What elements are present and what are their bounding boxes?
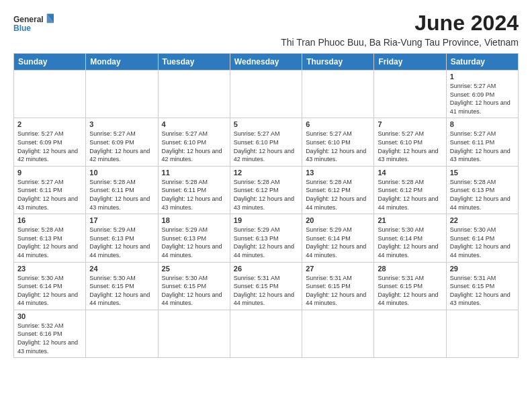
svg-text:Blue: Blue xyxy=(13,24,31,33)
day-info: Sunrise: 5:30 AM Sunset: 6:15 PM Dayligh… xyxy=(162,274,226,308)
day-number: 23 xyxy=(17,265,82,273)
day-number: 29 xyxy=(450,265,515,273)
day-info: Sunrise: 5:27 AM Sunset: 6:11 PM Dayligh… xyxy=(17,178,82,212)
calendar-cell: 29Sunrise: 5:31 AM Sunset: 6:15 PM Dayli… xyxy=(446,262,518,310)
day-info: Sunrise: 5:27 AM Sunset: 6:09 PM Dayligh… xyxy=(450,82,515,116)
day-info: Sunrise: 5:28 AM Sunset: 6:12 PM Dayligh… xyxy=(306,178,370,212)
day-number: 27 xyxy=(306,265,370,273)
calendar-week-row: 2Sunrise: 5:27 AM Sunset: 6:09 PM Daylig… xyxy=(14,118,519,166)
day-info: Sunrise: 5:28 AM Sunset: 6:13 PM Dayligh… xyxy=(17,226,82,259)
logo: General Blue xyxy=(13,11,54,38)
calendar-cell: 24Sunrise: 5:30 AM Sunset: 6:15 PM Dayli… xyxy=(86,262,158,310)
calendar-cell: 2Sunrise: 5:27 AM Sunset: 6:09 PM Daylig… xyxy=(14,118,86,166)
day-info: Sunrise: 5:27 AM Sunset: 6:11 PM Dayligh… xyxy=(450,130,515,163)
day-number: 17 xyxy=(89,216,154,224)
day-number: 26 xyxy=(234,265,298,273)
calendar-cell: 1Sunrise: 5:27 AM Sunset: 6:09 PM Daylig… xyxy=(446,71,518,118)
calendar-week-row: 9Sunrise: 5:27 AM Sunset: 6:11 PM Daylig… xyxy=(14,166,519,214)
calendar-table: SundayMondayTuesdayWednesdayThursdayFrid… xyxy=(13,53,519,358)
calendar-cell xyxy=(374,71,446,118)
day-number: 4 xyxy=(162,120,226,128)
column-header-friday: Friday xyxy=(374,54,446,71)
day-info: Sunrise: 5:27 AM Sunset: 6:09 PM Dayligh… xyxy=(89,130,154,163)
day-info: Sunrise: 5:30 AM Sunset: 6:14 PM Dayligh… xyxy=(450,226,515,259)
calendar-cell: 12Sunrise: 5:28 AM Sunset: 6:12 PM Dayli… xyxy=(230,166,302,214)
day-number: 16 xyxy=(17,216,82,224)
day-info: Sunrise: 5:28 AM Sunset: 6:13 PM Dayligh… xyxy=(450,178,515,212)
location-subtitle: Thi Tran Phuoc Buu, Ba Ria-Vung Tau Prov… xyxy=(281,37,519,48)
day-number: 6 xyxy=(306,120,370,128)
calendar-cell: 17Sunrise: 5:29 AM Sunset: 6:13 PM Dayli… xyxy=(86,214,158,262)
day-number: 10 xyxy=(89,169,154,177)
calendar-cell: 14Sunrise: 5:28 AM Sunset: 6:12 PM Dayli… xyxy=(374,166,446,214)
calendar-cell: 15Sunrise: 5:28 AM Sunset: 6:13 PM Dayli… xyxy=(446,166,518,214)
calendar-cell: 30Sunrise: 5:32 AM Sunset: 6:16 PM Dayli… xyxy=(14,310,86,357)
column-header-tuesday: Tuesday xyxy=(158,54,230,71)
calendar-cell: 19Sunrise: 5:29 AM Sunset: 6:13 PM Dayli… xyxy=(230,214,302,262)
generalblue-logo-icon: General Blue xyxy=(13,11,54,38)
calendar-cell: 27Sunrise: 5:31 AM Sunset: 6:15 PM Dayli… xyxy=(302,262,374,310)
calendar-header-row: SundayMondayTuesdayWednesdayThursdayFrid… xyxy=(14,54,519,71)
day-info: Sunrise: 5:31 AM Sunset: 6:15 PM Dayligh… xyxy=(306,274,370,308)
column-header-thursday: Thursday xyxy=(302,54,374,71)
calendar-week-row: 23Sunrise: 5:30 AM Sunset: 6:14 PM Dayli… xyxy=(14,262,519,310)
calendar-cell: 23Sunrise: 5:30 AM Sunset: 6:14 PM Dayli… xyxy=(14,262,86,310)
day-number: 18 xyxy=(162,216,226,224)
day-info: Sunrise: 5:27 AM Sunset: 6:10 PM Dayligh… xyxy=(234,130,298,163)
calendar-cell xyxy=(446,310,518,357)
day-number: 14 xyxy=(378,169,442,177)
day-info: Sunrise: 5:31 AM Sunset: 6:15 PM Dayligh… xyxy=(378,274,442,308)
day-number: 3 xyxy=(89,120,154,128)
calendar-cell: 6Sunrise: 5:27 AM Sunset: 6:10 PM Daylig… xyxy=(302,118,374,166)
day-number: 24 xyxy=(89,265,154,273)
calendar-cell xyxy=(302,71,374,118)
day-number: 25 xyxy=(162,265,226,273)
day-number: 9 xyxy=(17,169,82,177)
day-info: Sunrise: 5:29 AM Sunset: 6:13 PM Dayligh… xyxy=(162,226,226,259)
calendar-cell: 25Sunrise: 5:30 AM Sunset: 6:15 PM Dayli… xyxy=(158,262,230,310)
page-header: General Blue June 2024 Thi Tran Phuoc Bu… xyxy=(13,11,519,48)
day-info: Sunrise: 5:30 AM Sunset: 6:14 PM Dayligh… xyxy=(378,226,442,259)
day-number: 5 xyxy=(234,120,298,128)
day-info: Sunrise: 5:27 AM Sunset: 6:10 PM Dayligh… xyxy=(162,130,226,163)
calendar-cell xyxy=(230,71,302,118)
calendar-cell: 16Sunrise: 5:28 AM Sunset: 6:13 PM Dayli… xyxy=(14,214,86,262)
day-info: Sunrise: 5:30 AM Sunset: 6:15 PM Dayligh… xyxy=(89,274,154,308)
calendar-cell xyxy=(14,71,86,118)
day-number: 19 xyxy=(234,216,298,224)
day-info: Sunrise: 5:32 AM Sunset: 6:16 PM Dayligh… xyxy=(17,322,82,355)
day-number: 1 xyxy=(450,73,515,81)
day-number: 21 xyxy=(378,216,442,224)
day-number: 15 xyxy=(450,169,515,177)
calendar-cell: 9Sunrise: 5:27 AM Sunset: 6:11 PM Daylig… xyxy=(14,166,86,214)
day-number: 12 xyxy=(234,169,298,177)
calendar-cell: 11Sunrise: 5:28 AM Sunset: 6:11 PM Dayli… xyxy=(158,166,230,214)
day-number: 11 xyxy=(162,169,226,177)
calendar-cell xyxy=(158,71,230,118)
calendar-week-row: 1Sunrise: 5:27 AM Sunset: 6:09 PM Daylig… xyxy=(14,71,519,118)
calendar-cell: 26Sunrise: 5:31 AM Sunset: 6:15 PM Dayli… xyxy=(230,262,302,310)
day-number: 8 xyxy=(450,120,515,128)
day-info: Sunrise: 5:30 AM Sunset: 6:14 PM Dayligh… xyxy=(17,274,82,308)
calendar-cell: 20Sunrise: 5:29 AM Sunset: 6:14 PM Dayli… xyxy=(302,214,374,262)
column-header-saturday: Saturday xyxy=(446,54,518,71)
day-number: 20 xyxy=(306,216,370,224)
day-info: Sunrise: 5:28 AM Sunset: 6:12 PM Dayligh… xyxy=(234,178,298,212)
day-info: Sunrise: 5:29 AM Sunset: 6:13 PM Dayligh… xyxy=(234,226,298,259)
day-number: 2 xyxy=(17,120,82,128)
calendar-cell: 13Sunrise: 5:28 AM Sunset: 6:12 PM Dayli… xyxy=(302,166,374,214)
month-year-title: June 2024 xyxy=(281,11,519,36)
calendar-cell: 4Sunrise: 5:27 AM Sunset: 6:10 PM Daylig… xyxy=(158,118,230,166)
day-number: 28 xyxy=(378,265,442,273)
calendar-cell xyxy=(302,310,374,357)
day-info: Sunrise: 5:28 AM Sunset: 6:11 PM Dayligh… xyxy=(89,178,154,212)
day-info: Sunrise: 5:29 AM Sunset: 6:14 PM Dayligh… xyxy=(306,226,370,259)
day-number: 30 xyxy=(17,312,82,320)
column-header-monday: Monday xyxy=(86,54,158,71)
day-info: Sunrise: 5:27 AM Sunset: 6:09 PM Dayligh… xyxy=(17,130,82,163)
calendar-cell xyxy=(374,310,446,357)
column-header-wednesday: Wednesday xyxy=(230,54,302,71)
day-info: Sunrise: 5:27 AM Sunset: 6:10 PM Dayligh… xyxy=(306,130,370,163)
calendar-cell xyxy=(86,310,158,357)
calendar-cell xyxy=(230,310,302,357)
